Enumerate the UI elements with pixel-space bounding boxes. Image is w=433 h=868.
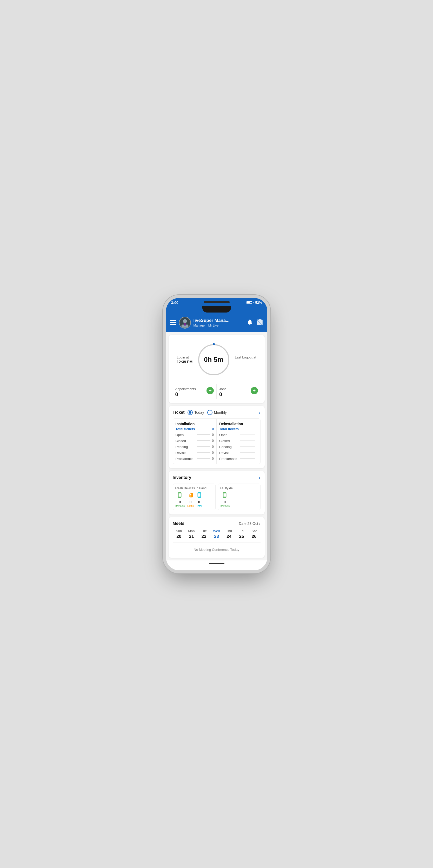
timer-card: Login at 12:39 PM 0h 5m Last Logout at -… bbox=[169, 335, 265, 403]
home-bar bbox=[209, 563, 224, 564]
appt-jobs-row: Appointments 0 + Jobs 0 + bbox=[173, 384, 261, 399]
hamburger-menu-icon[interactable] bbox=[170, 320, 176, 325]
day-wed[interactable]: Wed 23 bbox=[210, 529, 223, 539]
faulty-devices-block: Faulty de... 0 Device's bbox=[218, 484, 261, 510]
deinstallation-closed-row: Closed – bbox=[219, 439, 258, 443]
deinstallation-open-val: – bbox=[256, 433, 258, 437]
jobs-label: Jobs bbox=[219, 387, 226, 391]
deinstallation-open-label: Open bbox=[219, 433, 239, 437]
ticket-title: Ticket bbox=[173, 410, 185, 415]
day-sat[interactable]: Sat 26 bbox=[248, 529, 260, 539]
installation-open-label: Open bbox=[176, 433, 195, 437]
day-thu[interactable]: Thu 24 bbox=[223, 529, 235, 539]
faulty-devices-title: Faulty de... bbox=[220, 487, 258, 490]
day-tue[interactable]: Tue 22 bbox=[198, 529, 210, 539]
logout-label: Last Logout at bbox=[235, 355, 256, 359]
deinstallation-total-label: Total tickets bbox=[219, 427, 239, 431]
battery-percent: 52% bbox=[255, 301, 262, 305]
header-icons bbox=[247, 319, 263, 327]
deinstallation-closed-val: – bbox=[256, 439, 258, 442]
day-sun-num: 20 bbox=[176, 534, 181, 539]
deinstallation-problematic-label: Problamatic bbox=[219, 457, 239, 461]
radio-monthly[interactable]: Monthly bbox=[207, 410, 227, 415]
day-sun[interactable]: Sun 20 bbox=[173, 529, 185, 539]
installation-revisit-label: Revisit bbox=[176, 451, 195, 455]
faulty-device-icon bbox=[222, 492, 228, 499]
total-icon bbox=[196, 492, 202, 499]
ticket-columns: Installation Total tickets 0 Open 0 Clos… bbox=[173, 418, 261, 464]
appointments-add-button[interactable]: + bbox=[206, 387, 214, 394]
installation-open-val: 0 bbox=[212, 433, 214, 437]
radio-monthly-label: Monthly bbox=[214, 410, 227, 414]
installation-problematic-row: Problamatic 0 bbox=[176, 457, 214, 461]
logout-time: -- bbox=[235, 360, 256, 364]
inventory-row: Fresh Devices in Hand 0 Device's bbox=[173, 484, 261, 510]
day-sat-num: 26 bbox=[252, 534, 257, 539]
meets-date[interactable]: Date:23 Oct › bbox=[239, 522, 260, 526]
appointments-item: Appointments 0 + bbox=[173, 384, 217, 399]
deinstallation-revisit-label: Revisit bbox=[219, 451, 239, 455]
status-time: 3:00 bbox=[171, 301, 178, 305]
day-fri[interactable]: Fri 25 bbox=[235, 529, 248, 539]
day-mon[interactable]: Mon 21 bbox=[185, 529, 198, 539]
ticket-chevron-icon[interactable]: › bbox=[259, 410, 261, 415]
fresh-devices-title: Fresh Devices in Hand bbox=[175, 487, 213, 490]
deinstallation-column: Deinstallation Total tickets Open – Clos… bbox=[216, 419, 260, 464]
ticket-radio-group: Today Monthly bbox=[187, 410, 259, 415]
installation-column: Installation Total tickets 0 Open 0 Clos… bbox=[173, 419, 217, 464]
svg-point-4 bbox=[199, 496, 200, 496]
faulty-device-count: 0 bbox=[224, 500, 226, 504]
installation-pending-val: 0 bbox=[212, 445, 214, 448]
home-indicator bbox=[166, 560, 267, 565]
radio-today-label: Today bbox=[194, 410, 204, 414]
day-wed-name: Wed bbox=[213, 529, 220, 533]
battery-icon bbox=[247, 301, 254, 304]
deinstallation-closed-label: Closed bbox=[219, 439, 239, 443]
jobs-item: Jobs 0 + bbox=[216, 384, 261, 399]
day-fri-num: 25 bbox=[239, 534, 244, 539]
notes-icon[interactable] bbox=[256, 319, 263, 327]
no-meeting-text: No Meeting Conference Today bbox=[173, 546, 261, 554]
installation-closed-row: Closed 0 bbox=[176, 439, 214, 443]
faulty-device-item: 0 Device's bbox=[220, 492, 230, 507]
app-name: liveSuper Mana... bbox=[194, 318, 244, 323]
installation-pending-label: Pending bbox=[176, 445, 195, 449]
deinstallation-pending-val: – bbox=[256, 445, 258, 448]
day-sun-name: Sun bbox=[176, 529, 182, 533]
radio-today[interactable]: Today bbox=[187, 410, 204, 415]
device-icon bbox=[177, 492, 182, 499]
deinstallation-pending-label: Pending bbox=[219, 445, 239, 449]
sim-icon bbox=[187, 492, 193, 499]
day-wed-num: 23 bbox=[214, 534, 219, 539]
inventory-chevron-icon[interactable]: › bbox=[259, 475, 261, 480]
meets-chevron-icon: › bbox=[259, 522, 261, 526]
deinstallation-open-row: Open – bbox=[219, 433, 258, 437]
fresh-device-label: Device's bbox=[175, 505, 185, 507]
day-fri-name: Fri bbox=[239, 529, 243, 533]
meets-header: Meets Date:23 Oct › bbox=[173, 521, 261, 526]
appointments-count: 0 bbox=[175, 392, 178, 397]
total-label: Total bbox=[196, 505, 202, 507]
day-sat-name: Sat bbox=[252, 529, 257, 533]
installation-revisit-row: Revisit 0 bbox=[176, 451, 214, 455]
installation-closed-val: 0 bbox=[212, 439, 214, 442]
total-item: 0 Total bbox=[196, 492, 202, 507]
deinstallation-problematic-val: – bbox=[256, 457, 258, 461]
phone-frame: 3:00 52% bbox=[166, 298, 267, 570]
day-tue-name: Tue bbox=[201, 529, 207, 533]
logout-info: Last Logout at -- bbox=[235, 355, 256, 364]
deinstallation-title: Deinstallation bbox=[219, 422, 258, 426]
svg-point-0 bbox=[183, 319, 187, 323]
login-time: 12:39 PM bbox=[177, 360, 193, 364]
jobs-add-button[interactable]: + bbox=[251, 387, 258, 394]
day-thu-num: 24 bbox=[227, 534, 231, 539]
sim-label: SIM's bbox=[187, 505, 194, 507]
bell-icon[interactable] bbox=[247, 319, 253, 327]
inventory-card: Inventory › Fresh Devices in Hand bbox=[169, 471, 265, 515]
radio-monthly-circle bbox=[207, 410, 212, 415]
installation-open-row: Open 0 bbox=[176, 433, 214, 437]
deinstallation-pending-row: Pending – bbox=[219, 445, 258, 449]
day-thu-name: Thu bbox=[226, 529, 232, 533]
deinstallation-revisit-row: Revisit – bbox=[219, 451, 258, 455]
day-mon-num: 21 bbox=[189, 534, 194, 539]
